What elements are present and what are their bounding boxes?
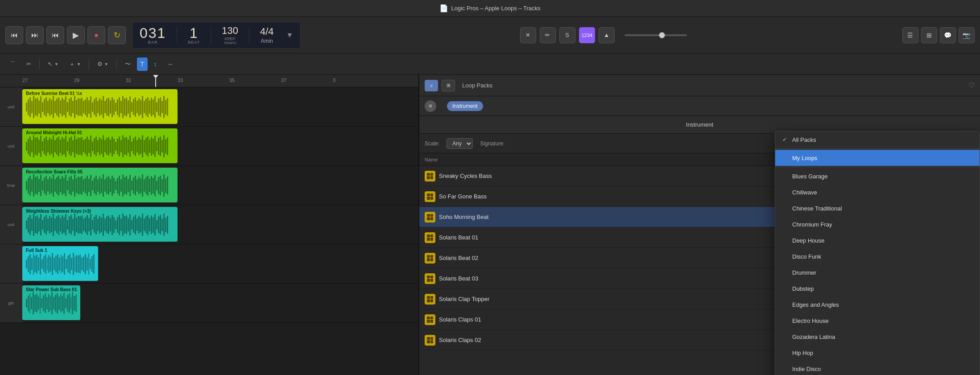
playhead[interactable] — [155, 75, 156, 87]
arrow-tool-button[interactable]: ↖ ▼ — [43, 58, 63, 71]
score-icon: ⊞ — [926, 32, 932, 39]
toolbar2-sep-1 — [39, 59, 40, 70]
dd-item-gozadera-latina[interactable]: Gozadera Latina — [775, 329, 980, 345]
cycle-button[interactable]: ↻ — [108, 26, 126, 44]
settings-tool-button[interactable]: ⚙ ▼ — [93, 58, 113, 71]
1234-icon: 1234 — [581, 33, 592, 38]
horizontal-zoom-button[interactable]: ↔ — [163, 58, 178, 71]
list-view-button[interactable]: ☰ — [902, 27, 918, 43]
track-body-3[interactable]: Recollection Snare Fills 05 — [22, 166, 418, 205]
to-start-button[interactable]: ⏮ — [46, 26, 64, 44]
x-smart-button[interactable]: ✕ — [520, 27, 536, 43]
track-body-4[interactable]: Weightless Shimmer Keys (+3) — [22, 205, 418, 244]
pencil-icon: ✏ — [545, 32, 550, 38]
scissors-tool-button[interactable]: ✂ — [22, 58, 36, 71]
dd-item-edges-angles[interactable]: Edges and Angles — [775, 297, 980, 313]
track-header-3: Snar — [0, 166, 22, 205]
vertical-zoom-button[interactable]: ↕ — [149, 58, 161, 71]
volume-slider-track[interactable] — [624, 34, 687, 36]
track-body-2[interactable]: Around Midnight Hi-Hat 01 — [22, 127, 418, 165]
track-row-6: ght Star Power Sub Bass 01 — [0, 284, 418, 323]
dd-item-my-loops[interactable]: My Loops — [775, 150, 980, 166]
loop-packs-dropdown: ✓ All Packs My Loops Blues Garage Chillw… — [775, 131, 980, 375]
curve-tool-button[interactable]: ⌒ — [5, 58, 20, 71]
scale-label: Scale: — [425, 140, 439, 147]
track-header-4: und — [0, 205, 22, 244]
dd-item-dubstep[interactable]: Dubstep — [775, 280, 980, 297]
clip-title-4: Weightless Shimmer Keys (+3) — [26, 209, 174, 214]
s-smart-button[interactable]: S — [559, 27, 575, 43]
track-clip-5[interactable]: Full Sub 1 — [22, 246, 98, 281]
scale-select[interactable]: Any — [447, 138, 473, 149]
ruler-mark-3x: 3 — [333, 78, 335, 83]
volume-slider-thumb[interactable] — [659, 32, 665, 38]
track-header-1: und — [0, 87, 22, 126]
dd-item-deep-house[interactable]: Deep House — [775, 232, 980, 248]
scissors-icon: ✂ — [26, 61, 31, 67]
list-view-toggle[interactable]: ≡ — [425, 80, 438, 91]
filter-tab-instrument-label: Instrument — [452, 103, 478, 109]
1234-smart-button[interactable]: 1234 — [579, 27, 595, 43]
dd-item-disco-funk[interactable]: Disco Funk — [775, 248, 980, 264]
clip-title-1: Before Sunrise Beat 01 ½x — [26, 91, 174, 96]
bar-display: 031 BAR — [140, 26, 166, 45]
dd-item-drummer[interactable]: Drummer — [775, 264, 980, 280]
metronome-smart-button[interactable]: ▲ — [599, 27, 615, 43]
pencil-smart-button[interactable]: ✏ — [540, 27, 556, 43]
filter-tabs: Instrument — [447, 101, 483, 111]
track-clip-2[interactable]: Around Midnight Hi-Hat 01 — [22, 128, 178, 163]
grid-view-toggle[interactable]: ⊞ — [442, 80, 455, 91]
list-icon: ☰ — [907, 32, 913, 39]
dd-item-chinese-traditional[interactable]: Chinese Traditional — [775, 200, 980, 216]
dd-item-chillwave[interactable]: Chillwave — [775, 184, 980, 200]
loop-icon-1 — [425, 191, 435, 202]
filter-tab-instrument[interactable]: Instrument — [447, 101, 483, 111]
loop-browser-filter: ✕ Instrument — [419, 96, 980, 116]
score-view-button[interactable]: ⊞ — [921, 27, 937, 43]
track-clip-6[interactable]: Star Power Sub Bass 01 — [22, 285, 80, 320]
track-label-1: und — [8, 105, 14, 109]
titlebar: 📄 Logic Pros – Apple Loops – Tracks — [0, 0, 980, 17]
track-row-2: und Around Midnight Hi-Hat 01 — [0, 127, 418, 166]
loop-packs-label: Loop Packs — [462, 82, 492, 89]
doc-icon: 📄 — [439, 4, 448, 12]
transport-divider-1 — [177, 26, 177, 44]
settings-dropdown-icon: ▼ — [104, 62, 108, 66]
track-header-5 — [0, 244, 22, 283]
play-button[interactable]: ▶ — [67, 26, 85, 44]
camera-view-button[interactable]: 📷 — [959, 27, 975, 43]
dd-item-hip-hop[interactable]: Hip Hop — [775, 345, 980, 361]
timeline-ruler[interactable]: 27 29 31 33 35 37 3 — [0, 75, 418, 87]
dd-divider-1 — [775, 148, 980, 149]
waveform-tool-button[interactable]: 〜 — [120, 58, 135, 71]
track-body-5[interactable]: Full Sub 1 — [22, 244, 418, 283]
track-body-6[interactable]: Star Power Sub Bass 01 — [22, 284, 418, 322]
bar-value: 031 — [140, 26, 166, 40]
loop-icon-4 — [425, 253, 435, 264]
dd-item-chromium-fray[interactable]: Chromium Fray — [775, 216, 980, 232]
loop-browser-toolbar: ≡ ⊞ Loop Packs ♡ — [419, 75, 980, 96]
clip-title-3: Recollection Snare Fills 05 — [26, 169, 174, 174]
rewind-button[interactable]: ⏮ — [5, 26, 23, 44]
track-clip-4[interactable]: Weightless Shimmer Keys (+3) — [22, 207, 178, 242]
dd-item-indie-disco[interactable]: Indie Disco — [775, 361, 980, 375]
add-tool-button[interactable]: ＋ ▼ — [65, 58, 85, 71]
transport-divider-3 — [249, 26, 249, 44]
bar-label: BAR — [148, 40, 158, 45]
track-body-1[interactable]: Before Sunrise Beat 01 ½x — [22, 87, 418, 126]
dd-item-all-packs[interactable]: ✓ All Packs — [775, 132, 980, 148]
fast-forward-button[interactable]: ⏭ — [26, 26, 44, 44]
time-sig-dropdown-icon[interactable]: ▼ — [286, 31, 294, 39]
snap-to-button[interactable]: ⊤ — [137, 58, 148, 71]
record-button[interactable]: ● — [87, 26, 105, 44]
heart-icon[interactable]: ♡ — [968, 81, 975, 90]
waveform-4 — [26, 214, 174, 236]
track-clip-1[interactable]: Before Sunrise Beat 01 ½x — [22, 89, 178, 124]
dd-item-blues-garage[interactable]: Blues Garage — [775, 168, 980, 184]
chat-view-button[interactable]: 💬 — [940, 27, 956, 43]
dd-item-electro-house[interactable]: Electro House — [775, 313, 980, 329]
track-clip-3[interactable]: Recollection Snare Fills 05 — [22, 168, 178, 202]
dd-label-drummer: Drummer — [792, 269, 816, 276]
master-volume — [624, 34, 687, 36]
filter-close-button[interactable]: ✕ — [425, 100, 436, 112]
